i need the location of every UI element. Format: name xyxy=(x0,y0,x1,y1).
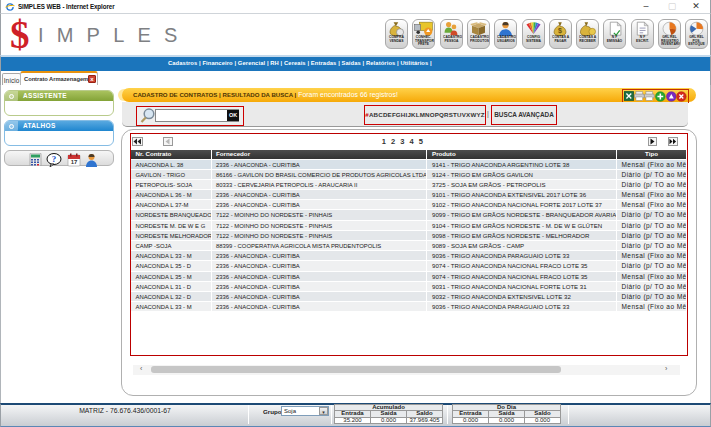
svg-text:?: ? xyxy=(52,154,57,164)
svg-text:$: $ xyxy=(558,27,562,35)
svg-text:17: 17 xyxy=(71,159,78,165)
